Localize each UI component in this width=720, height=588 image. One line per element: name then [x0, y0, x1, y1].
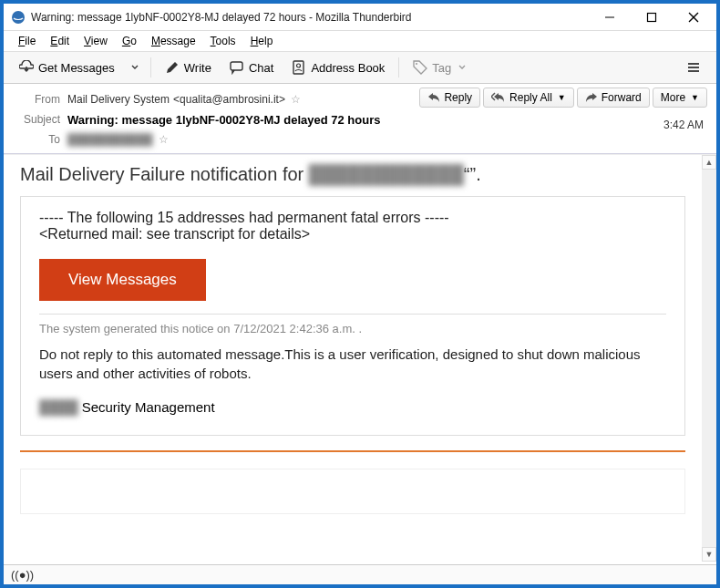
scroll-track[interactable]: [702, 170, 716, 547]
message-viewport: Mail Delivery Failure notification for █…: [4, 154, 716, 562]
svg-point-7: [297, 64, 301, 67]
write-button[interactable]: Write: [157, 56, 220, 79]
chevron-down-icon: ▼: [558, 93, 566, 102]
app-menu-button[interactable]: [678, 56, 709, 79]
scroll-down-button[interactable]: ▼: [702, 547, 716, 562]
address-book-button[interactable]: Address Book: [283, 56, 393, 79]
activity-icon: ((●)): [11, 568, 34, 582]
title-bar: Warning: message 1lybNF-0002Y8-MJ delaye…: [4, 4, 716, 31]
app-icon: [11, 10, 26, 25]
forward-label: Forward: [602, 91, 642, 104]
menu-help[interactable]: Help: [245, 33, 279, 49]
window-title: Warning: message 1lybNF-0002Y8-MJ delaye…: [31, 11, 589, 24]
view-messages-label: View Messages: [68, 271, 177, 288]
status-bar: ((●)): [4, 564, 716, 584]
to-label: To: [15, 133, 60, 146]
separator: [150, 57, 151, 77]
transcript-line: <Returned mail: see transcript for detai…: [39, 226, 666, 242]
get-messages-dropdown[interactable]: [125, 59, 145, 76]
empty-box: [20, 469, 685, 514]
tag-icon: [413, 60, 427, 75]
system-notice: The system generated this notice on 7/12…: [39, 314, 666, 335]
scroll-up-button[interactable]: ▲: [702, 155, 716, 170]
minimize-button[interactable]: [589, 4, 631, 31]
get-messages-button[interactable]: Get Messages: [11, 56, 123, 79]
from-email[interactable]: <qualita@ambrosini.it>: [173, 93, 285, 106]
tag-label: Tag: [432, 61, 451, 75]
address-book-label: Address Book: [311, 61, 385, 75]
reply-all-button[interactable]: Reply All ▼: [483, 88, 574, 108]
tag-button[interactable]: Tag: [405, 56, 474, 79]
menu-edit[interactable]: Edit: [45, 33, 75, 49]
view-messages-button[interactable]: View Messages: [39, 259, 206, 301]
chat-label: Chat: [249, 61, 273, 75]
svg-point-0: [12, 11, 25, 24]
subject-label: Subject: [15, 113, 60, 126]
get-messages-label: Get Messages: [38, 61, 115, 75]
maximize-button[interactable]: [631, 4, 673, 31]
menu-bar: File Edit View Go Message Tools Help: [4, 31, 716, 51]
chat-icon: [230, 60, 244, 75]
pencil-icon: [165, 60, 180, 75]
subject-value: Warning: message 1lybNF-0002Y8-MJ delaye…: [67, 113, 380, 127]
address-book-icon: [292, 60, 306, 75]
reply-all-label: Reply All: [509, 91, 552, 104]
star-icon[interactable]: ☆: [291, 93, 301, 106]
more-label: More: [661, 91, 685, 104]
to-value[interactable]: ███████████: [67, 133, 153, 146]
from-label: From: [15, 93, 60, 106]
main-toolbar: Get Messages Write Chat Address Book Tag: [4, 51, 716, 84]
message-time: 3:42 AM: [663, 119, 704, 131]
hamburger-icon: [686, 60, 701, 75]
chevron-down-icon: ▼: [691, 93, 699, 102]
forward-button[interactable]: Forward: [577, 88, 650, 108]
divider: [20, 450, 685, 452]
reply-button[interactable]: Reply: [419, 88, 480, 108]
write-label: Write: [184, 61, 211, 75]
menu-message[interactable]: Message: [146, 33, 201, 49]
separator: [398, 57, 399, 77]
menu-go[interactable]: Go: [117, 33, 142, 49]
svg-point-8: [416, 63, 417, 65]
message-header-pane: Reply Reply All ▼ Forward More ▼ From Ma…: [4, 84, 716, 154]
header-actions: Reply Reply All ▼ Forward More ▼: [419, 88, 707, 108]
security-management: ████ Security Management: [39, 399, 666, 415]
svg-rect-2: [648, 13, 656, 21]
reply-label: Reply: [444, 91, 472, 104]
error-box: ----- The following 15 addresses had per…: [20, 196, 685, 436]
star-icon[interactable]: ☆: [159, 133, 169, 146]
download-icon: [19, 60, 34, 75]
fatal-errors-line: ----- The following 15 addresses had per…: [39, 210, 666, 226]
close-button[interactable]: [673, 4, 715, 31]
svg-rect-5: [231, 62, 242, 70]
menu-file[interactable]: File: [13, 33, 41, 49]
do-not-reply-text: Do not reply to this automated message.T…: [39, 345, 666, 383]
mail-failure-title: Mail Delivery Failure notification for █…: [20, 164, 685, 185]
message-body: Mail Delivery Failure notification for █…: [4, 155, 702, 562]
menu-tools[interactable]: Tools: [205, 33, 242, 49]
more-button[interactable]: More ▼: [653, 88, 707, 108]
vertical-scrollbar[interactable]: ▲ ▼: [702, 155, 716, 562]
chat-button[interactable]: Chat: [221, 56, 282, 79]
menu-view[interactable]: View: [78, 33, 113, 49]
from-name: Mail Delivery System: [67, 93, 170, 106]
